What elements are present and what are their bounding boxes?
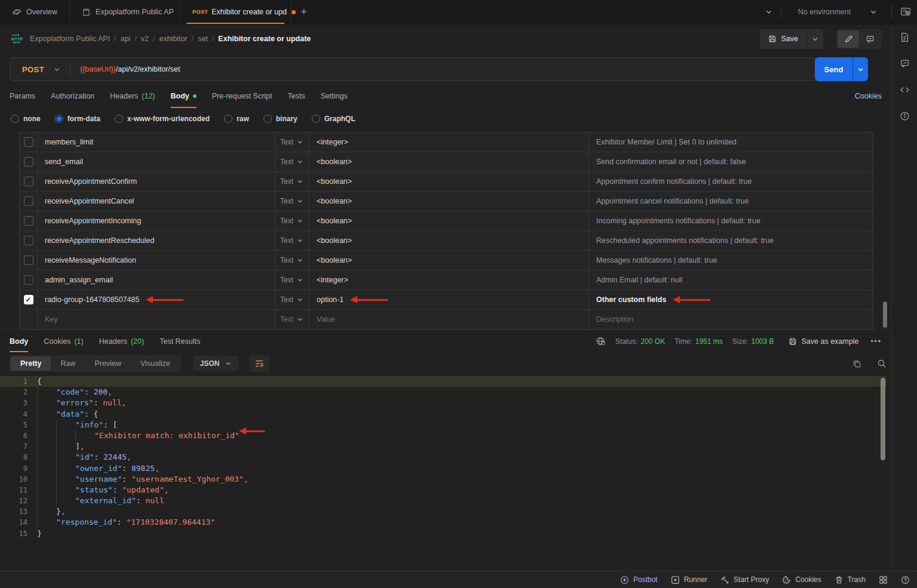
value-cell[interactable]: <boolean>: [309, 211, 589, 230]
statusbar-panel-layout-icon[interactable]: [879, 575, 888, 584]
type-select[interactable]: Text: [275, 251, 309, 270]
row-checkbox[interactable]: [24, 295, 33, 304]
method-selector[interactable]: POST: [10, 65, 54, 74]
statusbar-start-proxy[interactable]: Start Proxy: [720, 575, 769, 584]
send-options-chevron[interactable]: [852, 57, 868, 81]
response-scrollbar-thumb[interactable]: [881, 378, 885, 460]
type-select[interactable]: Text: [275, 231, 309, 250]
wrap-text-button[interactable]: [249, 355, 269, 372]
description-cell[interactable]: Admin Email | default: null: [589, 270, 873, 290]
statusbar-help-icon[interactable]: [901, 575, 910, 584]
type-select[interactable]: Text: [275, 310, 309, 329]
row-checkbox[interactable]: [24, 157, 33, 167]
description-cell[interactable]: Rescheduled appointments notifications |…: [589, 231, 873, 250]
value-cell[interactable]: option-1: [309, 290, 589, 309]
statusbar-trash[interactable]: Trash: [835, 575, 866, 584]
description-cell[interactable]: Description: [589, 310, 873, 329]
value-cell[interactable]: <integer>: [309, 133, 589, 152]
key-cell[interactable]: receiveAppointmentCancel: [38, 192, 275, 211]
description-cell[interactable]: Send confirmation email or not | default…: [589, 152, 873, 171]
edit-button[interactable]: [838, 30, 859, 48]
body-mode-graphql[interactable]: GraphQL: [312, 115, 355, 123]
body-mode-raw[interactable]: raw: [224, 115, 249, 123]
type-select[interactable]: Text: [275, 290, 309, 309]
value-cell[interactable]: <boolean>: [309, 251, 589, 270]
value-cell[interactable]: <integer>: [309, 270, 589, 290]
description-cell[interactable]: Appointment cancel notifications | defau…: [589, 192, 873, 211]
request-tab-params[interactable]: Params: [10, 84, 35, 108]
value-cell[interactable]: Value: [309, 310, 589, 329]
type-select[interactable]: Text: [275, 211, 309, 230]
statusbar-cookies[interactable]: Cookies: [782, 575, 821, 584]
row-checkbox[interactable]: [24, 137, 33, 147]
tab-collection-expoplatform[interactable]: Expoplatform Public AP: [70, 0, 180, 24]
response-tab-cookies[interactable]: Cookies(1): [44, 330, 83, 352]
key-cell[interactable]: radio-group-1647808507485: [38, 290, 275, 309]
value-cell[interactable]: <boolean>: [309, 231, 589, 250]
save-button[interactable]: Save: [760, 29, 807, 49]
breadcrumb-segment[interactable]: v2: [141, 35, 149, 43]
tab-overflow-chevron-icon[interactable]: [765, 8, 772, 16]
type-select[interactable]: Text: [275, 152, 309, 171]
time-value[interactable]: 1951 ms: [695, 337, 723, 346]
type-select[interactable]: Text: [275, 172, 309, 191]
key-cell[interactable]: members_limit: [38, 133, 275, 152]
type-select[interactable]: Text: [275, 270, 309, 290]
view-tab-pretty[interactable]: Pretty: [11, 356, 51, 371]
key-cell[interactable]: Key: [38, 310, 275, 329]
save-as-example-button[interactable]: Save as example: [789, 337, 859, 346]
send-button[interactable]: Send: [815, 57, 852, 81]
info-icon[interactable]: [900, 111, 910, 121]
row-checkbox[interactable]: [24, 177, 33, 186]
search-icon[interactable]: [877, 359, 887, 368]
key-cell[interactable]: admin_assign_email: [38, 270, 275, 290]
row-checkbox[interactable]: [24, 196, 33, 206]
body-mode-form-data[interactable]: form-data: [55, 115, 100, 123]
tab-overview[interactable]: Overview: [0, 0, 70, 24]
row-checkbox[interactable]: [24, 216, 33, 226]
row-checkbox[interactable]: [24, 236, 33, 245]
value-cell[interactable]: <boolean>: [309, 192, 589, 211]
row-checkbox[interactable]: [24, 255, 33, 265]
request-tab-settings[interactable]: Settings: [321, 84, 348, 108]
request-tab-body[interactable]: Body: [171, 84, 197, 108]
save-options-chevron[interactable]: [806, 29, 823, 49]
comments-button[interactable]: [859, 30, 881, 48]
key-cell[interactable]: send_email: [38, 152, 275, 171]
format-select[interactable]: JSON: [193, 356, 239, 371]
type-select[interactable]: Text: [275, 133, 309, 152]
comments-icon[interactable]: [900, 59, 910, 69]
statusbar-runner[interactable]: Runner: [671, 575, 707, 584]
status-value[interactable]: 200 OK: [640, 337, 665, 346]
documentation-icon[interactable]: [900, 32, 910, 42]
response-more-options[interactable]: •••: [870, 337, 882, 346]
description-cell[interactable]: Appointment confirm notifications | defa…: [589, 172, 873, 191]
row-checkbox[interactable]: [24, 275, 33, 285]
body-mode-none[interactable]: none: [11, 115, 41, 123]
value-cell[interactable]: <boolean>: [309, 152, 589, 171]
copy-icon[interactable]: [852, 359, 861, 368]
breadcrumb-segment[interactable]: exhibitor: [159, 35, 187, 43]
breadcrumb-segment[interactable]: Expoplatform Public API: [30, 35, 110, 43]
view-tab-raw[interactable]: Raw: [51, 356, 85, 371]
key-cell[interactable]: receiveAppointmentConfirm: [38, 172, 275, 191]
key-cell[interactable]: receiveAppointmentIncoming: [38, 211, 275, 230]
key-cell[interactable]: receiveAppointmentRescheduled: [38, 231, 275, 250]
view-tab-visualize[interactable]: Visualize: [131, 356, 180, 371]
description-cell[interactable]: Other custom fields: [589, 290, 873, 309]
breadcrumb-segment[interactable]: set: [198, 35, 208, 43]
request-tab-authorization[interactable]: Authorization: [51, 84, 94, 108]
description-cell[interactable]: Incoming appointments notifications | de…: [589, 211, 873, 230]
key-cell[interactable]: receiveMessageNotification: [38, 251, 275, 270]
value-cell[interactable]: <boolean>: [309, 172, 589, 191]
code-snippet-icon[interactable]: [900, 85, 910, 95]
body-mode-x-www-form-urlencoded[interactable]: x-www-form-urlencoded: [115, 115, 210, 123]
method-chevron-icon[interactable]: [54, 66, 70, 73]
breadcrumb-segment[interactable]: api: [121, 35, 131, 43]
body-mode-binary[interactable]: binary: [263, 115, 298, 123]
response-tab-headers[interactable]: Headers(20): [99, 330, 144, 352]
network-globe-icon[interactable]: [596, 336, 606, 346]
request-tab-headers[interactable]: Headers(12): [110, 84, 155, 108]
tab-request-exhibitor-create[interactable]: POST Exhibitor create or upd: [180, 0, 291, 24]
environment-selector[interactable]: No environment: [790, 8, 883, 16]
